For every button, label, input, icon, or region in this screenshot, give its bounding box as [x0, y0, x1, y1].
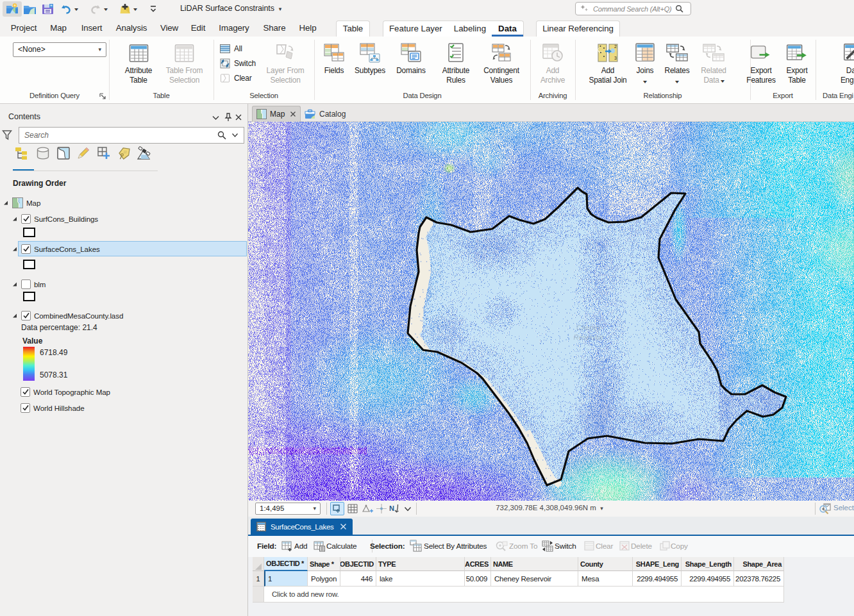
- svg-text:N: N: [389, 504, 394, 512]
- svg-text:2: 2: [614, 44, 617, 49]
- svg-text:3: 3: [614, 56, 617, 60]
